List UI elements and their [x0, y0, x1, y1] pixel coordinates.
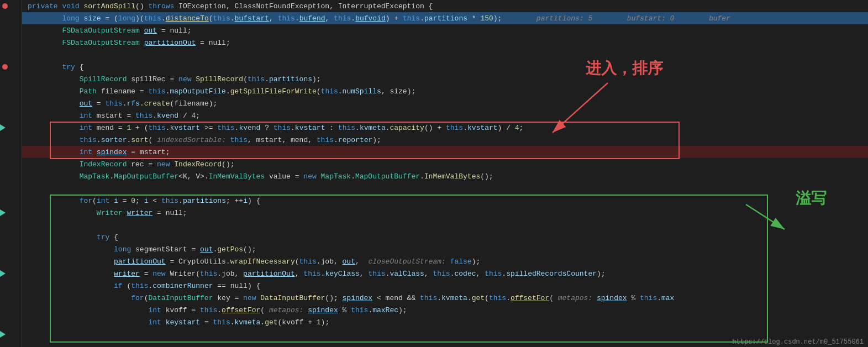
- gutter-row: [0, 122, 22, 134]
- gutter-row: [0, 182, 22, 194]
- gutter-row: [0, 158, 22, 170]
- gutter-row: [0, 85, 22, 97]
- code-line: for(int i = 0; i < this.partitions; ++i)…: [22, 194, 868, 207]
- gutter-row: [0, 292, 22, 304]
- gutter-row: [0, 97, 22, 109]
- code-line: int mend = 1 + (this.kvstart >= this.kve…: [22, 122, 868, 134]
- code-line: int kvoff = this.offsetFor( metapos: spi…: [22, 304, 868, 316]
- code-line: private void sortAndSpill() throws IOExc…: [22, 0, 868, 12]
- code-line: writer = new Writer(this.job, partitionO…: [22, 267, 868, 280]
- code-line: [22, 49, 868, 61]
- code-line: int spindex = mstart;: [22, 146, 868, 158]
- code-line: long size = (long)(this.distanceTo(this.…: [22, 12, 868, 24]
- code-line: if (this.combinerRunner == null) {: [22, 280, 868, 292]
- gutter-row: [0, 243, 22, 255]
- gutter-row: [0, 170, 22, 182]
- code-line: MapTask.MapOutputBuffer<K, V>.InMemValBy…: [22, 170, 868, 182]
- code-line: long segmentStart = out.getPos();: [22, 243, 868, 255]
- code-line: Path filename = this.mapOutputFile.getSp…: [22, 85, 868, 97]
- gutter-row: [0, 12, 22, 24]
- code-line: int keystart = this.kvmeta.get(kvoff + 1…: [22, 316, 868, 328]
- code-line: FSDataOutputStream out = null;: [22, 24, 868, 36]
- gutter-row: [0, 207, 22, 219]
- gutter-row: [0, 219, 22, 231]
- gutter-row: [0, 146, 22, 158]
- gutter-row: [0, 61, 22, 73]
- gutter-row: [0, 24, 22, 36]
- gutter-row: [0, 304, 22, 316]
- gutter-row: [0, 316, 22, 328]
- code-line: Writer writer = null;: [22, 207, 868, 219]
- code-line: [22, 182, 868, 194]
- code-line: int mstart = this.kvend / 4;: [22, 109, 868, 122]
- code-area: private void sortAndSpill() throws IOExc…: [22, 0, 868, 347]
- gutter-row: [0, 109, 22, 122]
- gutter-row: [0, 134, 22, 146]
- url-bar: https://blog.csdn.net/m0_51755061: [728, 337, 868, 347]
- code-line: this.sorter.sort( indexedSortable: this,…: [22, 134, 868, 146]
- gutter-row: [0, 73, 22, 85]
- code-line: [22, 219, 868, 231]
- code-line: for(DataInputBuffer key = new DataInputB…: [22, 292, 868, 304]
- code-line: FSDataOutputStream partitionOut = null;: [22, 36, 868, 49]
- code-line: try {: [22, 231, 868, 243]
- gutter-row: [0, 49, 22, 61]
- gutter-row: [0, 255, 22, 267]
- gutter-row: [0, 0, 22, 12]
- gutter-row: [0, 267, 22, 280]
- gutter-row: [0, 231, 22, 243]
- line-gutter: [0, 0, 22, 347]
- code-line: partitionOut = CryptoUtils.wrapIfNecessa…: [22, 255, 868, 267]
- code-line: SpillRecord spillRec = new SpillRecord(t…: [22, 73, 868, 85]
- gutter-row: [0, 36, 22, 49]
- gutter-row: [0, 280, 22, 292]
- code-line: out = this.rfs.create(filename);: [22, 97, 868, 109]
- code-line: try {: [22, 61, 868, 73]
- editor-container: private void sortAndSpill() throws IOExc…: [0, 0, 868, 347]
- code-line: IndexRecord rec = new IndexRecord();: [22, 158, 868, 170]
- gutter-row: [0, 328, 22, 340]
- gutter-row: [0, 194, 22, 207]
